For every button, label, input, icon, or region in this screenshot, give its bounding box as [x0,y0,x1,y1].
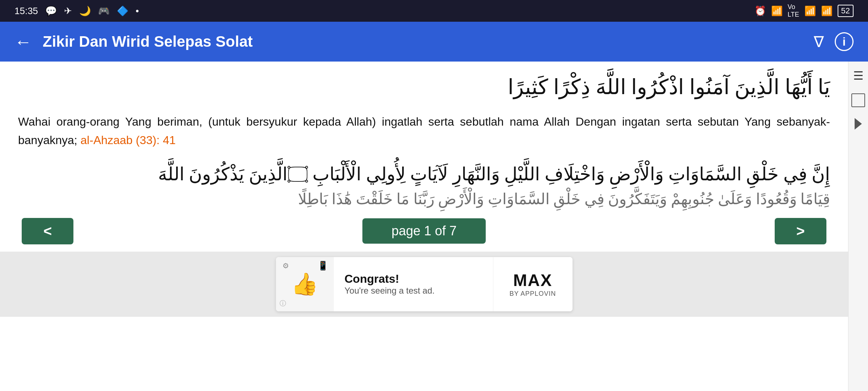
whatsapp-icon: 💬 [45,5,57,17]
app-bar: ← Zikir Dan Wirid Selepas Solat ∇ i [0,22,868,62]
arabic-verse2-line1: إِنَّ فِي خَلْقِ السَّمَاوَاتِ وَالْأَرْ… [18,161,830,188]
app-icon: 🔷 [117,5,128,17]
arabic-verse1-text: يَا أَيُّهَا الَّذِينَ آمَنُوا اذْكُرُوا… [18,72,830,102]
status-left: 15:35 💬 ✈ 🌙 🎮 🔷 • [14,5,139,17]
status-bar: 15:35 💬 ✈ 🌙 🎮 🔷 • ⏰ 📶 VoLTE 📶 📶 52 [0,0,868,22]
volte-icon: VoLTE [788,3,799,18]
wifi-icon: 📶 [771,5,783,17]
ad-banner[interactable]: ⚙ 📱 👍 ⓘ Congrats! You're seeing a test a… [276,257,573,311]
main-container: يَا أَيُّهَا الَّذِينَ آمَنُوا اذْكُرُوا… [0,62,868,391]
app-title: Zikir Dan Wirid Selepas Solat [43,33,803,50]
right-side-nav: ☰ [848,62,868,391]
status-right: ⏰ 📶 VoLTE 📶 📶 52 [754,3,854,18]
translation-section: Wahai orang-orang Yang beriman, (untuk b… [0,105,848,157]
battery-saver-icon: 🌙 [79,5,91,17]
next-page-button[interactable]: > [775,218,826,244]
share-button[interactable]: ∇ [814,33,824,51]
max-logo: MAX [513,270,552,290]
reference-link[interactable]: al-Ahzaab (33): 41 [81,134,176,147]
pagination-bar: < page 1 of 7 > [0,211,848,252]
by-applovin-text: BY APPLOVIN [510,290,556,298]
alarm-icon: ⏰ [754,5,766,17]
time-display: 15:35 [14,5,38,17]
signal-icon: 📶 [804,5,816,17]
info-button[interactable]: i [835,32,854,51]
ad-icon-area: ⚙ 📱 👍 ⓘ [276,257,334,311]
nav-back-button[interactable] [855,118,862,130]
gear-icon: ⚙ [282,261,289,270]
content-area: يَا أَيُّهَا الَّذِينَ آمَنُوا اذْكُرُوا… [0,62,848,391]
game-icon: 🎮 [98,5,110,17]
ad-congrats-text: Congrats! [345,272,482,286]
phone-icon: 📱 [318,261,328,271]
battery-display: 52 [838,5,854,17]
arabic-verse2-section: إِنَّ فِي خَلْقِ السَّمَاوَاتِ وَالْأَرْ… [0,157,848,211]
back-button[interactable]: ← [14,32,32,52]
nav-square-button[interactable] [851,93,865,107]
prev-page-button[interactable]: < [22,218,73,244]
ad-text-area: Congrats! You're seeing a test ad. [334,265,493,303]
ad-logo-area: MAX BY APPLOVIN [493,257,573,311]
ad-sub-text: You're seeing a test ad. [345,286,482,296]
telegram-icon: ✈ [64,5,72,17]
info-small-icon: ⓘ [280,299,286,308]
hamburger-menu[interactable]: ☰ [853,69,864,83]
thumbs-up-icon: 👍 [291,271,318,297]
signal2-icon: 📶 [821,5,833,17]
dot-indicator: • [136,5,139,17]
arabic-verse2-line2: قِيَامًا وَقُعُودًا وَعَلَىٰ جُنُوبِهِمْ… [18,188,830,211]
arabic-verse1-section: يَا أَيُّهَا الَّذِينَ آمَنُوا اذْكُرُوا… [0,62,848,105]
page-indicator: page 1 of 7 [362,218,485,244]
ad-section: ⚙ 📱 👍 ⓘ Congrats! You're seeing a test a… [0,252,848,317]
